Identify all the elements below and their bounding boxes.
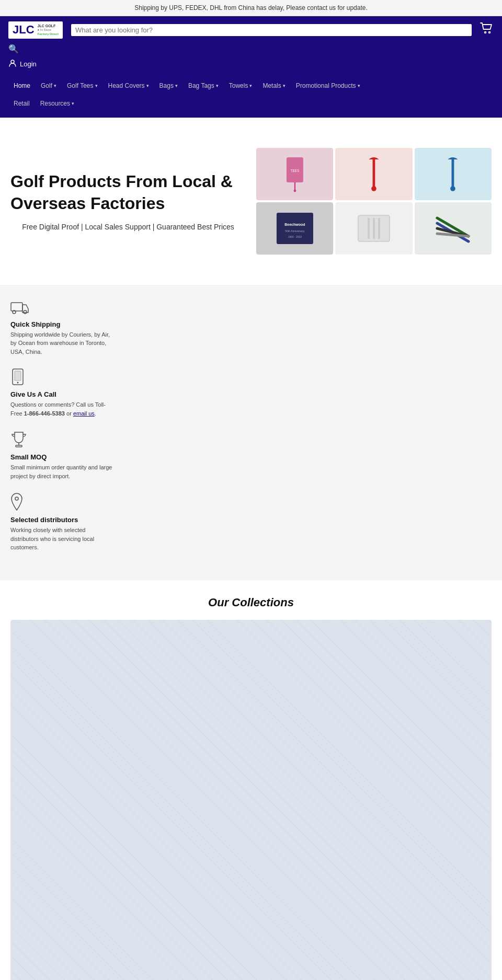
email-link[interactable]: email us [73, 410, 95, 417]
features-section: Quick Shipping Shipping worldwide by Cou… [0, 285, 502, 580]
chevron-icon: ▾ [283, 83, 286, 88]
svg-point-28 [17, 382, 19, 384]
hero-image-2 [335, 148, 412, 200]
nav-bar: Home Golf ▾ Golf Tees ▾ Head Covers ▾ Ba… [0, 77, 502, 118]
pin-icon [10, 493, 492, 513]
chevron-icon: ▾ [216, 83, 219, 88]
svg-point-31 [15, 497, 18, 500]
feature-moq: Small MOQ Small minimum order quantity a… [10, 430, 492, 480]
chevron-icon: ▾ [358, 83, 360, 88]
phone-number: 1-866-446-5383 [24, 410, 65, 417]
feature-shipping: Quick Shipping Shipping worldwide by Cou… [10, 301, 492, 356]
nav-main-row: Home Golf ▾ Golf Tees ▾ Head Covers ▾ Ba… [8, 77, 494, 95]
hero-section: Golf Products From Local & Overseas Fact… [0, 118, 502, 285]
search-icon[interactable]: 🔍 [8, 44, 19, 54]
logo-text: JLC GOLF ● In Store Factory Direct [38, 24, 59, 37]
nav-item-golf[interactable]: Golf ▾ [36, 77, 62, 95]
nav-item-golf-tees[interactable]: Golf Tees ▾ [62, 77, 102, 95]
collections-placeholder [10, 620, 492, 980]
svg-point-0 [485, 32, 486, 33]
svg-rect-23 [11, 303, 22, 311]
chevron-icon: ▾ [249, 83, 252, 88]
hero-image-3 [415, 148, 492, 200]
svg-rect-30 [16, 445, 22, 447]
nav-row2: Retail Resources ▾ [8, 95, 494, 118]
chevron-icon: ▾ [54, 83, 56, 88]
nav-item-promotional[interactable]: Promotional Products ▾ [291, 77, 366, 95]
feature-call-title: Give Us A Call [10, 390, 492, 398]
collections-pattern [10, 620, 492, 980]
collections-section: Our Collections [0, 580, 502, 980]
cart-icon[interactable] [480, 22, 494, 37]
hero-image-6 [415, 202, 492, 255]
hero-image-4: Beechwood 50th Anniversary 1960 · 2010 [256, 202, 333, 255]
feature-shipping-title: Quick Shipping [10, 320, 492, 328]
feature-moq-desc: Small minimum order quantity and large p… [10, 463, 115, 480]
nav-item-resources[interactable]: Resources ▾ [35, 95, 79, 112]
svg-rect-11 [277, 213, 313, 244]
hero-image-1: TEES [256, 148, 333, 200]
search-input[interactable] [75, 26, 467, 34]
feature-distributors-desc: Working closely with selected distributo… [10, 526, 115, 552]
truck-icon [10, 301, 492, 317]
feature-shipping-desc: Shipping worldwide by Couriers, by Air, … [10, 330, 115, 356]
nav-item-head-covers[interactable]: Head Covers ▾ [103, 77, 154, 95]
nav-item-home[interactable]: Home [8, 77, 36, 95]
chevron-icon: ▾ [175, 83, 178, 88]
header-top: JLC JLC GOLF ● In Store Factory Direct [8, 21, 494, 39]
svg-text:50th Anniversary: 50th Anniversary [285, 229, 305, 233]
svg-point-6 [293, 189, 296, 192]
hero-images: TEES Beechwood 5 [256, 148, 492, 255]
logo-box: JLC JLC GOLF ● In Store Factory Direct [8, 21, 63, 39]
search-bar [71, 24, 472, 36]
hero-text: Golf Products From Local & Overseas Fact… [10, 171, 256, 231]
svg-point-10 [451, 186, 456, 191]
svg-point-25 [24, 310, 27, 314]
logo-letters: JLC [13, 24, 35, 36]
login-label: Login [20, 60, 37, 68]
svg-rect-27 [15, 371, 21, 381]
trophy-icon [10, 430, 492, 450]
top-banner: Shipping by UPS, FEDEX, DHL from China h… [0, 0, 502, 16]
svg-point-8 [371, 186, 376, 191]
chevron-icon: ▾ [95, 83, 98, 88]
nav-item-metals[interactable]: Metals ▾ [257, 77, 290, 95]
nav-item-bags[interactable]: Bags ▾ [154, 77, 183, 95]
logo-area[interactable]: JLC JLC GOLF ● In Store Factory Direct [8, 21, 63, 39]
svg-text:TEES: TEES [290, 169, 299, 172]
nav-item-bag-tags[interactable]: Bag Tags ▾ [183, 77, 224, 95]
hero-title: Golf Products From Local & Overseas Fact… [10, 171, 246, 214]
nav-item-towels[interactable]: Towels ▾ [224, 77, 258, 95]
feature-call: Give Us A Call Questions or comments? Ca… [10, 368, 492, 418]
svg-text:1960 · 2010: 1960 · 2010 [288, 235, 302, 238]
phone-icon [10, 368, 492, 387]
feature-call-desc: Questions or comments? Call us Toll-Free… [10, 400, 115, 418]
svg-point-2 [11, 60, 14, 63]
chevron-icon: ▾ [146, 83, 149, 88]
hero-subtitle: Free Digital Proof | Local Sales Support… [10, 223, 246, 231]
banner-text: Shipping by UPS, FEDEX, DHL from China h… [134, 4, 368, 11]
login-row[interactable]: Login [8, 56, 494, 72]
feature-distributors: Selected distributors Working closely wi… [10, 493, 492, 552]
chevron-icon: ▾ [72, 101, 74, 106]
svg-text:Beechwood: Beechwood [284, 223, 305, 226]
feature-moq-title: Small MOQ [10, 453, 492, 461]
svg-point-1 [489, 32, 490, 33]
user-icon [8, 59, 17, 70]
header: JLC JLC GOLF ● In Store Factory Direct [0, 16, 502, 77]
feature-distributors-title: Selected distributors [10, 516, 492, 524]
collections-title: Our Collections [10, 596, 492, 609]
nav-item-retail[interactable]: Retail [8, 95, 35, 112]
hero-image-5 [335, 202, 412, 255]
